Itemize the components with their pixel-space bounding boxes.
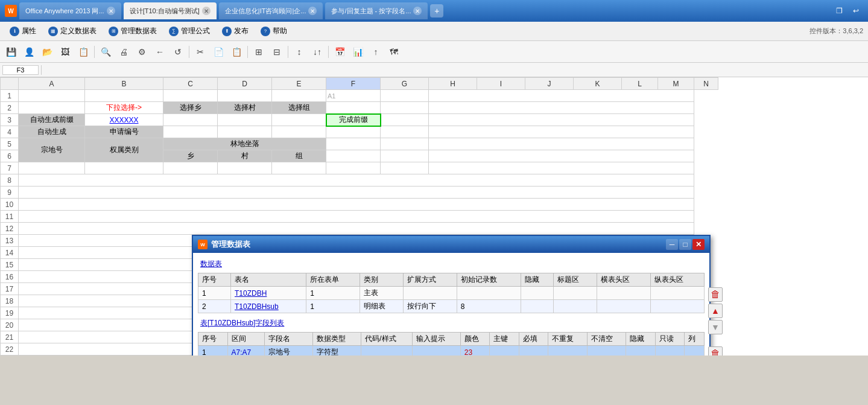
cell-e4[interactable] bbox=[272, 126, 326, 138]
cell-a4[interactable]: 自动生成 bbox=[19, 126, 85, 138]
toolbar-refresh[interactable]: ↺ bbox=[169, 43, 186, 60]
dialog-minimize-button[interactable]: ─ bbox=[666, 239, 678, 250]
menu-publish[interactable]: ⬆ 发布 bbox=[217, 24, 253, 39]
table-row[interactable]: 1A7:A7宗地号字符型23 bbox=[198, 346, 705, 356]
tables-delete-button[interactable]: 🗑 bbox=[708, 287, 723, 302]
cell-e3[interactable] bbox=[272, 114, 326, 126]
menu-help[interactable]: ? 帮助 bbox=[256, 24, 292, 39]
cell-h4-rest[interactable] bbox=[429, 126, 694, 138]
cell-c1[interactable] bbox=[163, 90, 218, 102]
cell-h1-rest[interactable] bbox=[429, 90, 694, 102]
back-button[interactable]: ↩ bbox=[849, 5, 863, 17]
tab-1[interactable]: Office Anywhere 2013 网... ✕ bbox=[19, 2, 121, 19]
cell-a1[interactable] bbox=[19, 90, 85, 102]
tables-up-button[interactable]: ▲ bbox=[708, 304, 723, 318]
cell-rest-7[interactable] bbox=[429, 162, 694, 174]
cell-a5[interactable]: 宗地号 bbox=[19, 138, 85, 162]
cell-b3[interactable]: XXXXXX bbox=[85, 114, 163, 126]
cell-c3[interactable] bbox=[163, 114, 218, 126]
fields-section-link[interactable]: 表[T10ZDBHsub]字段列表 bbox=[200, 319, 284, 327]
toolbar-sort-asc[interactable]: ↕ bbox=[291, 43, 308, 60]
name-box[interactable] bbox=[2, 65, 39, 75]
cell-d1[interactable] bbox=[218, 90, 272, 102]
cell-b1[interactable] bbox=[85, 90, 163, 102]
toolbar-arrow-up[interactable]: ↑ bbox=[367, 43, 384, 60]
col-header-c[interactable]: C bbox=[163, 78, 218, 90]
cell-g7[interactable] bbox=[381, 162, 429, 174]
col-header-n[interactable]: N bbox=[694, 78, 718, 90]
toolbar-calendar[interactable]: 📅 bbox=[331, 43, 348, 60]
dialog-restore-button[interactable]: □ bbox=[679, 239, 691, 250]
cell-f5[interactable] bbox=[326, 138, 381, 150]
toolbar-copy[interactable]: 📄 bbox=[210, 43, 227, 60]
toolbar-image2[interactable]: 🗺 bbox=[385, 43, 402, 60]
cell-g5[interactable] bbox=[381, 138, 429, 150]
menu-define-table[interactable]: ▦ 定义数据表 bbox=[43, 24, 101, 39]
dialog-close-button[interactable]: ✕ bbox=[692, 239, 705, 250]
col-header-i[interactable]: I bbox=[477, 78, 525, 90]
tab-3-close[interactable]: ✕ bbox=[308, 7, 317, 15]
col-header-l[interactable]: L bbox=[622, 78, 658, 90]
toolbar-open-user[interactable]: 👤 bbox=[21, 43, 37, 60]
toolbar-chart[interactable]: 📊 bbox=[349, 43, 366, 60]
toolbar-print-preview[interactable]: 🔍 bbox=[97, 43, 114, 60]
cell-e1[interactable] bbox=[272, 90, 326, 102]
restore-down-button[interactable]: ❐ bbox=[832, 5, 846, 17]
cell-b2[interactable]: 下拉选择-> bbox=[85, 102, 163, 114]
cell-f3[interactable]: 完成前缀 bbox=[326, 114, 381, 126]
cell-f2[interactable] bbox=[326, 102, 381, 114]
cell-f4[interactable] bbox=[326, 126, 381, 138]
cell-a3[interactable]: 自动生成前缀 bbox=[19, 114, 85, 126]
cell-d6[interactable]: 村 bbox=[218, 150, 272, 162]
toolbar-image[interactable]: 🖼 bbox=[57, 43, 74, 60]
cell-d7[interactable] bbox=[218, 162, 272, 174]
cell-d2[interactable]: 选择村 bbox=[218, 102, 272, 114]
cell-f6[interactable] bbox=[326, 150, 381, 162]
cell-b4[interactable]: 申请编号 bbox=[85, 126, 163, 138]
col-header-b[interactable]: B bbox=[85, 78, 163, 90]
toolbar-cut[interactable]: ✂ bbox=[192, 43, 209, 60]
menu-properties[interactable]: ℹ 属性 bbox=[5, 24, 41, 39]
fields-delete-button[interactable]: 🗑 bbox=[708, 346, 723, 356]
toolbar-settings[interactable]: ⚙ bbox=[133, 43, 150, 60]
toolbar-open-file[interactable]: 📂 bbox=[39, 43, 55, 60]
cell-h5-rest[interactable] bbox=[429, 138, 694, 150]
tables-section-link[interactable]: 数据表 bbox=[200, 260, 222, 268]
menu-manage-table[interactable]: ⊞ 管理数据表 bbox=[104, 24, 162, 39]
cell-g3[interactable] bbox=[381, 114, 429, 126]
cell-g2[interactable] bbox=[381, 102, 429, 114]
col-header-g[interactable]: G bbox=[381, 78, 429, 90]
cell-f1[interactable]: A1 bbox=[326, 90, 381, 102]
tab-3[interactable]: 企业信息化|IT咨询顾问|企... ✕ bbox=[219, 2, 323, 19]
col-header-k[interactable]: K bbox=[574, 78, 622, 90]
cell-h3-rest[interactable] bbox=[429, 114, 694, 126]
toolbar-delete-row[interactable]: ⊟ bbox=[268, 43, 285, 60]
cell-b7[interactable] bbox=[85, 162, 163, 174]
col-header-f[interactable]: F bbox=[326, 78, 381, 90]
cell-c2[interactable]: 选择乡 bbox=[163, 102, 218, 114]
menu-manage-formula[interactable]: ∑ 管理公式 bbox=[164, 24, 215, 39]
cell-d4[interactable] bbox=[218, 126, 272, 138]
cell-e7[interactable] bbox=[272, 162, 326, 174]
col-header-h[interactable]: H bbox=[429, 78, 477, 90]
cell-b5[interactable]: 权属类别 bbox=[85, 138, 163, 162]
cell-c4[interactable] bbox=[163, 126, 218, 138]
col-header-e[interactable]: E bbox=[272, 78, 326, 90]
tables-down-button[interactable]: ▼ bbox=[708, 320, 723, 334]
cell-c6[interactable]: 乡 bbox=[163, 150, 218, 162]
cell-a2[interactable] bbox=[19, 102, 85, 114]
toolbar-print[interactable]: 🖨 bbox=[115, 43, 132, 60]
table-row[interactable]: 2T10ZDBHsub1明细表按行向下8 bbox=[198, 300, 705, 313]
col-header-m[interactable]: M bbox=[658, 78, 694, 90]
tab-4[interactable]: 参与/回复主题 - 按字段名... ✕ bbox=[325, 2, 428, 19]
tab-add-button[interactable]: + bbox=[430, 4, 443, 18]
toolbar-paste[interactable]: 📋 bbox=[228, 43, 245, 60]
tab-4-close[interactable]: ✕ bbox=[413, 7, 422, 15]
table-row[interactable]: 1T10ZDBH1主表 bbox=[198, 287, 705, 300]
cell-g6[interactable] bbox=[381, 150, 429, 162]
cell-c5[interactable]: 林地坐落 bbox=[163, 138, 326, 150]
toolbar-arrow-left[interactable]: ← bbox=[151, 43, 168, 60]
cell-h6-rest[interactable] bbox=[429, 150, 694, 162]
cell-e2[interactable]: 选择组 bbox=[272, 102, 326, 114]
cell-d3[interactable] bbox=[218, 114, 272, 126]
